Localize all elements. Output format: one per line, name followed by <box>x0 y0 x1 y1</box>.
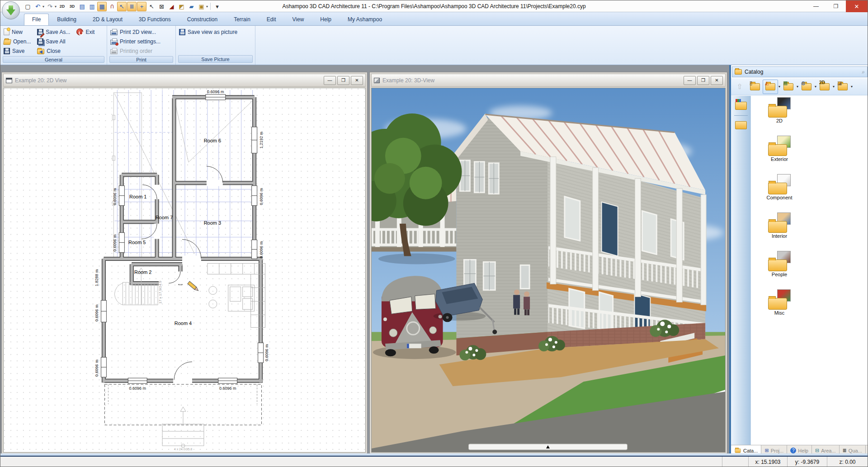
tab-edit[interactable]: Edit <box>259 14 284 25</box>
open-button[interactable]: Open... <box>2 37 32 46</box>
new-icon[interactable]: ▢ <box>23 2 33 11</box>
catalog-textures-button[interactable]: ◪ <box>835 80 850 94</box>
save-icon <box>4 48 10 54</box>
view-2d-icon[interactable]: 2D <box>57 2 67 11</box>
window-3d-minimize-button[interactable]: — <box>684 76 696 85</box>
catalog-item-component[interactable]: Component <box>755 174 804 200</box>
catalog-up-button[interactable]: ⇧ <box>732 80 747 94</box>
minimize-button[interactable]: — <box>806 0 826 12</box>
save-button[interactable]: Save <box>2 46 32 56</box>
redo-icon[interactable]: ↷ <box>45 2 55 11</box>
svg-text:1.8288 m: 1.8288 m <box>94 269 99 286</box>
grid-toggle-icon[interactable]: ▦ <box>97 2 107 11</box>
catalog-materials-button[interactable]: ▦ <box>781 80 796 94</box>
catalog-pin-icon[interactable]: ⌕ <box>862 69 865 75</box>
ribbon-group-label-save-picture[interactable]: Save Picture <box>178 55 253 63</box>
tab-3d-functions[interactable]: 3D Functions <box>131 14 179 25</box>
ribbon-group-save-picture: Save view as picture Save Picture <box>176 26 255 65</box>
save-picture-icon <box>179 29 185 35</box>
svg-text:1.2192 m: 1.2192 m <box>259 132 264 148</box>
restore-button[interactable]: ❐ <box>826 0 846 12</box>
wall-layers-icon[interactable]: ||| <box>127 2 137 11</box>
magnet-icon[interactable]: ⊃ <box>107 2 117 11</box>
materials-dropdown-icon[interactable]: ▾ <box>797 85 798 89</box>
ribbon-group-label-general[interactable]: General <box>3 56 104 63</box>
window-3d-restore-button[interactable]: ❐ <box>697 76 709 85</box>
catalog-item-interior[interactable]: Interior <box>755 212 804 239</box>
print-2d-view-button[interactable]: Print 2D view... <box>109 27 162 37</box>
render-3d-canvas[interactable] <box>372 88 725 452</box>
close-button[interactable]: ✕ <box>846 0 868 12</box>
render-3d-viewport[interactable] <box>371 88 726 453</box>
printer-settings-button[interactable]: Printer settings... <box>109 37 162 46</box>
redo-dropdown-icon[interactable]: ▾ <box>55 5 57 9</box>
status-z-coordinate: z: 0.00 <box>827 457 868 467</box>
view-slider[interactable] <box>468 444 627 450</box>
objects-dropdown-icon[interactable]: ▾ <box>778 85 780 89</box>
window-3d-close-button[interactable]: ✕ <box>711 76 723 85</box>
catalog-item-people[interactable]: People <box>755 251 804 277</box>
room-label: Room 2 <box>134 269 151 275</box>
copy-dropdown-icon[interactable]: ▾ <box>206 5 208 9</box>
window-2d-titlebar[interactable]: Example 20: 2D View — ❐ ✕ <box>3 74 366 87</box>
catalog-folder-icon <box>735 69 742 75</box>
app-logo-icon[interactable] <box>2 1 20 19</box>
tab-view[interactable]: View <box>284 14 312 25</box>
room-label: Room 5 <box>128 240 146 245</box>
catalog-objects-button[interactable]: ◭ <box>763 80 778 94</box>
status-y-coordinate: y: -9.3679 <box>787 457 827 467</box>
tab-help[interactable]: Help <box>312 14 340 25</box>
skylight-icon[interactable]: ▰ <box>187 2 196 11</box>
view-3d-icon[interactable]: 3D <box>67 2 77 11</box>
catalog-item-misc[interactable]: Misc <box>755 289 804 316</box>
application-window: Ashampoo 3D CAD Architecture 11 - C:\Pro… <box>0 0 868 467</box>
save-as-icon <box>37 29 43 35</box>
tab-building[interactable]: Building <box>49 14 85 25</box>
copy-icon[interactable]: ▣ <box>197 2 206 11</box>
roof-tool-icon[interactable]: ◢ <box>167 2 176 11</box>
window-2d-restore-button[interactable]: ❐ <box>337 76 349 85</box>
split-vertical-icon[interactable]: ▥ <box>87 2 97 11</box>
undo-dropdown-icon[interactable]: ▾ <box>42 5 44 9</box>
tab-2d-layout[interactable]: 2D & Layout <box>85 14 131 25</box>
plan-window-icon <box>6 78 12 83</box>
roof-covering-icon[interactable]: ◩ <box>177 2 186 11</box>
snap-icon[interactable]: + <box>137 2 146 11</box>
new-button[interactable]: New <box>2 27 32 37</box>
catalog-2d-symbols-button[interactable]: 2D <box>817 80 832 94</box>
symbols-2d-dropdown-icon[interactable]: ▾ <box>833 85 835 89</box>
tab-file[interactable]: File <box>24 14 49 25</box>
catalog-item-exterior[interactable]: Exterior <box>755 136 804 162</box>
catalog-rail-objects-folder[interactable] <box>733 98 749 113</box>
catalog-item-2d[interactable]: 2D <box>755 97 804 123</box>
catalog-rail-plain-folder[interactable] <box>733 118 749 133</box>
window-3d-titlebar[interactable]: Example 20: 3D-View — ❐ ✕ <box>371 74 726 87</box>
split-horizontal-icon[interactable]: ▤ <box>77 2 87 11</box>
exit-button[interactable]: Exit <box>75 27 96 37</box>
textures-dropdown-icon[interactable]: ▾ <box>851 85 853 89</box>
select-element-icon[interactable]: ↖ <box>117 2 127 11</box>
tab-construction[interactable]: Construction <box>179 14 226 25</box>
close-file-button[interactable]: Close <box>36 46 71 56</box>
tab-terrain[interactable]: Terrain <box>226 14 259 25</box>
catalog-web-objects-button[interactable]: ◍ <box>799 80 814 94</box>
floor-plan-canvas[interactable]: Room 6 Room 1 Room 7 Room 3 Room 5 Room … <box>4 88 365 452</box>
tab-my-ashampoo[interactable]: My Ashampoo <box>340 14 390 25</box>
floor-plan-viewport[interactable]: Room 6 Room 1 Room 7 Room 3 Room 5 Room … <box>3 88 366 453</box>
title-bar: Ashampoo 3D CAD Architecture 11 - C:\Pro… <box>0 0 868 12</box>
undo-icon[interactable]: ↶ <box>33 2 42 11</box>
folder-thumbnail-icon <box>767 97 792 118</box>
window-2d-minimize-button[interactable]: — <box>324 76 336 85</box>
svg-text:0.6096 m: 0.6096 m <box>129 386 146 391</box>
room-label: Room 3 <box>204 220 221 226</box>
toolbar-options-icon[interactable]: ▾ <box>212 2 222 11</box>
save-view-as-picture-button[interactable]: Save view as picture <box>178 27 239 37</box>
ribbon-group-label-print[interactable]: Print <box>109 56 173 63</box>
catalog-windows-doors-button[interactable]: ▯ <box>747 80 763 94</box>
delete-window-icon[interactable]: ⊠ <box>157 2 166 11</box>
pointer-icon[interactable]: ↖ <box>147 2 156 11</box>
save-as-button[interactable]: Save As... <box>36 27 71 37</box>
web-objects-dropdown-icon[interactable]: ▾ <box>815 85 816 89</box>
save-all-button[interactable]: Save All <box>36 37 71 46</box>
window-2d-close-button[interactable]: ✕ <box>351 76 363 85</box>
